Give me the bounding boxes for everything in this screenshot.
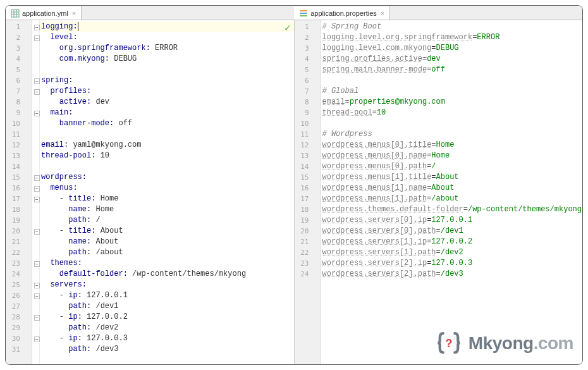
code-line[interactable] <box>40 161 294 172</box>
code-line[interactable]: # Global <box>321 86 583 97</box>
code-area-properties[interactable]: # Spring Bootlogging.level.org.springfra… <box>321 20 583 364</box>
line-number: 22 <box>6 247 32 258</box>
code-line[interactable]: themes: <box>40 258 294 269</box>
code-line[interactable]: servers: <box>40 280 294 290</box>
code-line[interactable]: path: /dev2 <box>40 323 294 333</box>
text-caret <box>78 22 78 31</box>
code-line[interactable]: level: <box>40 32 294 43</box>
code-line[interactable]: wordpress.servers[2].ip=127.0.0.3 <box>321 258 583 269</box>
code-line[interactable]: wordpress.menus[1].title=About <box>321 172 583 183</box>
code-line[interactable]: wordpress.menus[0].name=Home <box>321 151 583 161</box>
code-line[interactable]: wordpress.themes.default-folder=/wp-cont… <box>321 204 583 215</box>
grid-file-icon <box>11 9 20 18</box>
fold-toggle-icon[interactable] <box>32 194 39 204</box>
code-line[interactable]: wordpress.menus[0].title=Home <box>321 140 583 151</box>
line-number: 17 <box>6 194 32 204</box>
line-number: 27 <box>6 301 32 312</box>
code-line[interactable]: com.mkyong: DEBUG <box>40 54 294 65</box>
code-line[interactable]: logging.level.org.springframework=ERROR <box>321 32 583 43</box>
fold-toggle-icon[interactable] <box>32 172 39 183</box>
tab-application-yml[interactable]: application.yml × <box>6 6 82 20</box>
tab-label: application.yml <box>22 9 68 17</box>
line-number: 20 <box>6 226 32 237</box>
fold-toggle-icon[interactable] <box>32 22 39 32</box>
code-line[interactable]: banner-mode: off <box>40 118 294 129</box>
fold-toggle-icon[interactable] <box>32 32 39 43</box>
code-area-yaml[interactable]: logging: level: org.springframework: ERR… <box>40 20 294 364</box>
fold-spacer <box>32 269 39 280</box>
code-line[interactable]: thread-pool: 10 <box>40 151 294 161</box>
fold-toggle-icon[interactable] <box>32 108 39 118</box>
code-line[interactable]: path: /about <box>40 247 294 258</box>
code-line[interactable]: wordpress.servers[1].path=/dev2 <box>321 247 583 258</box>
code-line[interactable]: email=properties@mkyong.com <box>321 97 583 108</box>
code-line[interactable]: wordpress.servers[0].ip=127.0.0.1 <box>321 215 583 226</box>
code-line[interactable]: menus: <box>40 183 294 194</box>
fold-toggle-icon[interactable] <box>32 183 39 194</box>
code-line[interactable]: logging.level.com.mkyong=DEBUG <box>321 43 583 54</box>
code-line[interactable]: main: <box>40 108 294 118</box>
fold-spacer <box>32 161 39 172</box>
line-number: 22 <box>295 247 321 258</box>
code-line[interactable]: wordpress.menus[1].path=/about <box>321 194 583 204</box>
code-line[interactable]: - ip: 127.0.0.1 <box>40 290 294 301</box>
code-line[interactable] <box>321 118 583 129</box>
fold-toggle-icon[interactable] <box>32 75 39 86</box>
code-line[interactable]: wordpress.servers[0].path=/dev1 <box>321 226 583 237</box>
close-icon[interactable]: × <box>381 9 384 17</box>
code-line[interactable]: path: /dev1 <box>40 301 294 312</box>
code-line[interactable]: - title: Home <box>40 194 294 204</box>
fold-spacer <box>32 151 39 161</box>
properties-file-icon <box>299 9 308 18</box>
code-line[interactable]: # Spring Boot <box>321 22 583 32</box>
code-line[interactable] <box>40 129 294 140</box>
code-line[interactable]: spring.profiles.active=dev <box>321 54 583 65</box>
code-line[interactable]: email: yaml@mkyong.com <box>40 140 294 151</box>
fold-toggle-icon[interactable] <box>32 226 39 237</box>
code-line[interactable] <box>40 65 294 75</box>
line-number: 10 <box>295 118 321 129</box>
code-line[interactable]: - ip: 127.0.0.3 <box>40 333 294 344</box>
code-line[interactable]: wordpress.menus[0].path=/ <box>321 161 583 172</box>
code-line[interactable]: - title: About <box>40 226 294 237</box>
fold-toggle-icon[interactable] <box>32 290 39 301</box>
tab-bar: application.yml × application.properties… <box>6 6 582 20</box>
code-line[interactable]: thread-pool=10 <box>321 108 583 118</box>
editor-pane-properties[interactable]: 123456789101112131415161718192021222324 … <box>294 20 583 364</box>
fold-toggle-icon[interactable] <box>32 86 39 97</box>
code-line[interactable]: - ip: 127.0.0.2 <box>40 312 294 323</box>
code-line[interactable]: spring.main.banner-mode=off <box>321 65 583 75</box>
editor-pane-yaml[interactable]: ✓ 12345678910111213141516171819202122232… <box>6 20 294 364</box>
code-line[interactable]: wordpress.servers[2].path=/dev3 <box>321 269 583 280</box>
code-line[interactable]: name: About <box>40 237 294 247</box>
code-line[interactable]: wordpress: <box>40 172 294 183</box>
code-line[interactable]: wordpress.menus[1].name=About <box>321 183 583 194</box>
code-line[interactable]: default-folder: /wp-content/themes/mkyon… <box>40 269 294 280</box>
fold-spacer <box>32 323 39 333</box>
code-line[interactable] <box>321 75 583 86</box>
fold-toggle-icon[interactable] <box>32 312 39 323</box>
line-number: 12 <box>295 140 321 151</box>
tab-application-properties[interactable]: application.properties × <box>294 6 390 20</box>
code-line[interactable]: org.springframework: ERROR <box>40 43 294 54</box>
fold-toggle-icon[interactable] <box>32 280 39 290</box>
code-line[interactable]: profiles: <box>40 86 294 97</box>
fold-spacer <box>32 237 39 247</box>
fold-spacer <box>32 140 39 151</box>
line-number: 6 <box>295 75 321 86</box>
code-line[interactable]: logging: <box>40 22 294 32</box>
fold-toggle-icon[interactable] <box>32 258 39 269</box>
line-number: 17 <box>295 194 321 204</box>
close-icon[interactable]: × <box>72 9 76 17</box>
fold-toggle-icon[interactable] <box>32 333 39 344</box>
code-line[interactable]: name: Home <box>40 204 294 215</box>
code-line[interactable]: # Wordpress <box>321 129 583 140</box>
code-line[interactable]: path: / <box>40 215 294 226</box>
fold-gutter[interactable] <box>32 20 40 364</box>
line-number: 10 <box>6 118 32 129</box>
code-line[interactable]: spring: <box>40 75 294 86</box>
line-number: 4 <box>295 54 321 65</box>
code-line[interactable]: path: /dev3 <box>40 344 294 355</box>
code-line[interactable]: active: dev <box>40 97 294 108</box>
code-line[interactable]: wordpress.servers[1].ip=127.0.0.2 <box>321 237 583 247</box>
